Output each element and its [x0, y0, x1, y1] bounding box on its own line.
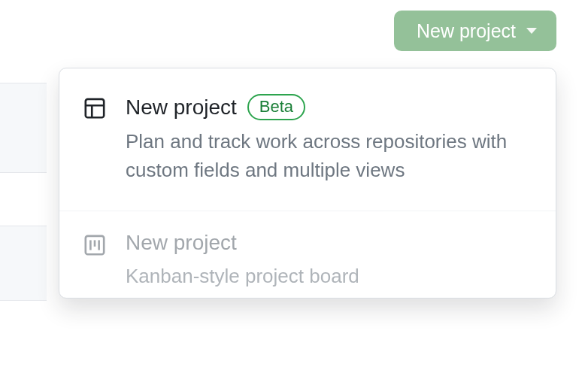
menu-item-description: Kanban-style project board	[126, 262, 530, 291]
beta-badge: Beta	[247, 94, 305, 120]
menu-item-title: New project	[126, 95, 237, 120]
menu-item-content: New project Beta Plan and track work acr…	[126, 94, 530, 185]
menu-item-title: New project	[126, 231, 237, 255]
menu-item-new-project-beta[interactable]: New project Beta Plan and track work acr…	[59, 68, 556, 211]
new-project-button-label: New project	[417, 20, 516, 42]
background-row	[0, 226, 47, 301]
caret-down-icon	[526, 28, 537, 34]
background-row	[0, 83, 47, 173]
menu-item-title-row: New project	[126, 231, 530, 255]
menu-item-content: New project Kanban-style project board	[126, 231, 530, 291]
svg-rect-0	[86, 99, 104, 117]
menu-item-new-project-classic[interactable]: New project Kanban-style project board	[59, 211, 556, 299]
project-board-icon	[82, 232, 108, 258]
menu-item-title-row: New project Beta	[126, 94, 530, 120]
menu-item-description: Plan and track work across repositories …	[126, 128, 530, 184]
table-icon	[82, 95, 108, 121]
new-project-button[interactable]: New project	[394, 11, 556, 51]
new-project-dropdown: New project Beta Plan and track work acr…	[59, 68, 556, 299]
